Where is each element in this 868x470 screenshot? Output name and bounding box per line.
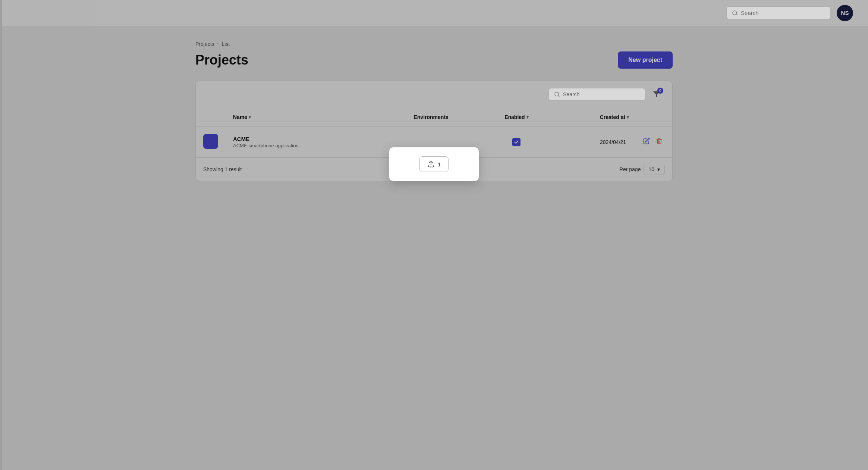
enabled-sort-icon: ▾ xyxy=(526,115,529,120)
col-actions xyxy=(633,108,672,126)
per-page-label: Per page xyxy=(620,166,641,172)
col-environments: Environments xyxy=(383,108,479,126)
svg-line-1 xyxy=(736,14,737,15)
main-content: Projects › List Projects New project 0 xyxy=(173,26,695,196)
table-toolbar: 0 xyxy=(196,81,672,108)
breadcrumb-parent[interactable]: Projects xyxy=(195,41,214,47)
page-title: Projects xyxy=(195,52,248,68)
per-page-select[interactable]: 10 ▾ xyxy=(644,164,665,175)
delete-icon xyxy=(656,138,663,144)
per-page-value: 10 xyxy=(648,166,654,172)
table-search-icon xyxy=(554,91,560,97)
col-created-at[interactable]: Created at ▾ xyxy=(554,108,633,126)
project-name[interactable]: ACME xyxy=(233,136,376,142)
delete-button[interactable] xyxy=(654,136,665,148)
sidebar-hint xyxy=(0,0,2,470)
svg-line-3 xyxy=(558,95,559,97)
name-sort-icon: ▾ xyxy=(249,115,251,120)
table-search-box[interactable] xyxy=(548,88,645,101)
avatar[interactable]: NS xyxy=(837,5,853,21)
header-search-input[interactable] xyxy=(741,10,825,16)
enabled-checkbox[interactable] xyxy=(512,138,521,146)
col-color xyxy=(196,108,226,126)
project-created-at: 2024/04/21 xyxy=(600,139,626,145)
header-search-box[interactable] xyxy=(726,6,831,19)
col-name[interactable]: Name ▾ xyxy=(226,108,383,126)
per-page-control: Per page 10 ▾ xyxy=(620,164,665,175)
table-header-row: Name ▾ Environments Enabled ▾ xyxy=(196,108,672,126)
env-popup-button[interactable]: 1 xyxy=(419,156,449,172)
edit-button[interactable] xyxy=(641,136,652,148)
project-created-at-cell: 2024/04/21 xyxy=(554,126,633,158)
col-enabled[interactable]: Enabled ▾ xyxy=(479,108,554,126)
header: NS xyxy=(0,0,868,26)
breadcrumb-current: List xyxy=(222,41,230,47)
created-at-sort-icon: ▾ xyxy=(627,115,629,120)
project-description: ACME smartphone application. xyxy=(233,143,376,148)
check-icon xyxy=(514,140,519,145)
env-popup: 1 xyxy=(389,147,479,181)
new-project-button[interactable]: New project xyxy=(618,51,673,69)
upload-icon xyxy=(427,160,435,168)
project-actions-cell xyxy=(633,126,672,158)
project-color-cell xyxy=(196,126,226,158)
env-popup-count: 1 xyxy=(438,161,441,167)
edit-icon xyxy=(643,138,650,144)
breadcrumb: Projects › List xyxy=(195,41,673,47)
project-enabled-cell xyxy=(479,126,554,158)
header-search-icon xyxy=(732,10,738,16)
per-page-chevron-icon: ▾ xyxy=(657,166,660,172)
filter-badge: 0 xyxy=(657,88,663,94)
table-search-input[interactable] xyxy=(563,91,640,97)
filter-button[interactable]: 0 xyxy=(650,88,663,101)
project-color-swatch xyxy=(203,134,218,149)
breadcrumb-separator: › xyxy=(217,41,219,47)
page-title-row: Projects New project xyxy=(195,51,673,69)
project-name-cell: ACME ACME smartphone application. xyxy=(226,126,383,158)
showing-result: Showing 1 result xyxy=(203,166,242,172)
